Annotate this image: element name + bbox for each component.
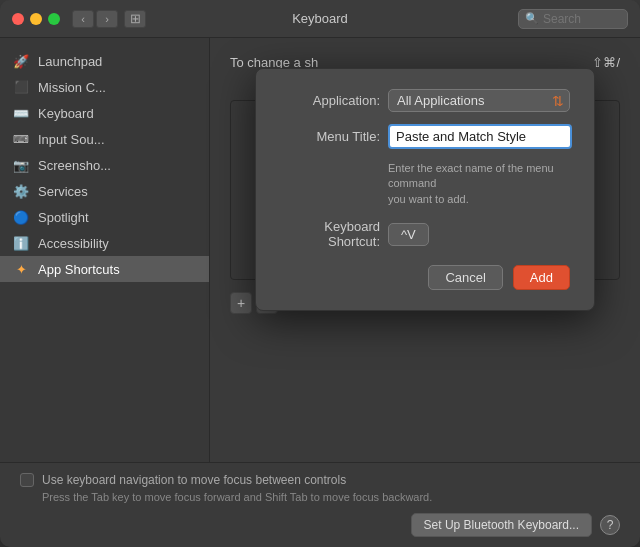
menu-title-label: Menu Title:	[280, 129, 380, 144]
search-icon: 🔍	[525, 12, 539, 25]
menu-title-input[interactable]	[388, 124, 572, 149]
shortcut-display[interactable]: ^V	[388, 223, 429, 246]
sidebar-item-label: App Shortcuts	[38, 262, 120, 277]
footer: Use keyboard navigation to move focus be…	[0, 462, 640, 547]
keyboard-nav-row: Use keyboard navigation to move focus be…	[20, 473, 620, 487]
keyboard-icon: ⌨️	[12, 104, 30, 122]
accessibility-icon: ℹ️	[12, 234, 30, 252]
sidebar-item-app-shortcuts[interactable]: ✦ App Shortcuts	[0, 256, 209, 282]
screenshots-icon: 📷	[12, 156, 30, 174]
menu-title-row: Menu Title:	[280, 124, 570, 149]
select-arrow-icon: ⇅	[552, 93, 564, 109]
keyboard-nav-note: Press the Tab key to move focus forward …	[42, 491, 620, 503]
input-sources-icon: ⌨	[12, 130, 30, 148]
application-label: Application:	[280, 93, 380, 108]
back-button[interactable]: ‹	[72, 10, 94, 28]
search-bar[interactable]: 🔍	[518, 9, 628, 29]
cancel-button[interactable]: Cancel	[428, 265, 502, 290]
sidebar-item-label: Input Sou...	[38, 132, 105, 147]
window-title: Keyboard	[292, 11, 348, 26]
keyboard-shortcut-row: Keyboard Shortcut: ^V	[280, 219, 570, 249]
sidebar-item-keyboard[interactable]: ⌨️ Keyboard	[0, 100, 209, 126]
services-icon: ⚙️	[12, 182, 30, 200]
keyboard-preferences-window: ‹ › ⊞ Keyboard 🔍 🚀 Launchpad ⬛ Mission C…	[0, 0, 640, 547]
application-select-wrapper: All Applications ⇅	[388, 89, 570, 112]
sidebar: 🚀 Launchpad ⬛ Mission C... ⌨️ Keyboard ⌨…	[0, 38, 210, 462]
forward-button[interactable]: ›	[96, 10, 118, 28]
search-input[interactable]	[543, 12, 623, 26]
help-button[interactable]: ?	[600, 515, 620, 535]
add-button[interactable]: Add	[513, 265, 570, 290]
application-row: Application: All Applications ⇅	[280, 89, 570, 112]
hint-text: Enter the exact name of the menu command…	[388, 161, 570, 207]
grid-button[interactable]: ⊞	[124, 10, 146, 28]
sidebar-item-label: Screensho...	[38, 158, 111, 173]
sidebar-item-screenshots[interactable]: 📷 Screensho...	[0, 152, 209, 178]
setup-bluetooth-button[interactable]: Set Up Bluetooth Keyboard...	[411, 513, 592, 537]
add-shortcut-modal: Application: All Applications ⇅ Menu Tit…	[255, 68, 595, 311]
sidebar-item-mission-control[interactable]: ⬛ Mission C...	[0, 74, 209, 100]
sidebar-item-label: Accessibility	[38, 236, 109, 251]
title-bar: ‹ › ⊞ Keyboard 🔍	[0, 0, 640, 38]
launchpad-icon: 🚀	[12, 52, 30, 70]
application-value: All Applications	[397, 93, 484, 108]
minimize-button[interactable]	[30, 13, 42, 25]
keyboard-shortcut-label: Keyboard Shortcut:	[280, 219, 380, 249]
sidebar-item-label: Spotlight	[38, 210, 89, 225]
sidebar-item-label: Mission C...	[38, 80, 106, 95]
sidebar-item-input-sources[interactable]: ⌨ Input Sou...	[0, 126, 209, 152]
traffic-lights	[12, 13, 60, 25]
main-content: To change a sh ⇧⌘/ + − Application:	[210, 38, 640, 462]
spotlight-icon: 🔵	[12, 208, 30, 226]
keyboard-nav-checkbox[interactable]	[20, 473, 34, 487]
application-select[interactable]: All Applications	[388, 89, 570, 112]
sidebar-item-label: Keyboard	[38, 106, 94, 121]
sidebar-item-spotlight[interactable]: 🔵 Spotlight	[0, 204, 209, 230]
footer-bottom: Set Up Bluetooth Keyboard... ?	[20, 513, 620, 537]
modal-overlay: Application: All Applications ⇅ Menu Tit…	[210, 38, 640, 462]
sidebar-item-launchpad[interactable]: 🚀 Launchpad	[0, 48, 209, 74]
sidebar-item-services[interactable]: ⚙️ Services	[0, 178, 209, 204]
sidebar-item-label: Services	[38, 184, 88, 199]
content-area: 🚀 Launchpad ⬛ Mission C... ⌨️ Keyboard ⌨…	[0, 38, 640, 462]
sidebar-item-accessibility[interactable]: ℹ️ Accessibility	[0, 230, 209, 256]
sidebar-item-label: Launchpad	[38, 54, 102, 69]
mission-control-icon: ⬛	[12, 78, 30, 96]
maximize-button[interactable]	[48, 13, 60, 25]
keyboard-nav-label: Use keyboard navigation to move focus be…	[42, 473, 346, 487]
modal-buttons: Cancel Add	[280, 265, 570, 290]
app-shortcuts-icon: ✦	[12, 260, 30, 278]
nav-buttons: ‹ ›	[72, 10, 118, 28]
close-button[interactable]	[12, 13, 24, 25]
